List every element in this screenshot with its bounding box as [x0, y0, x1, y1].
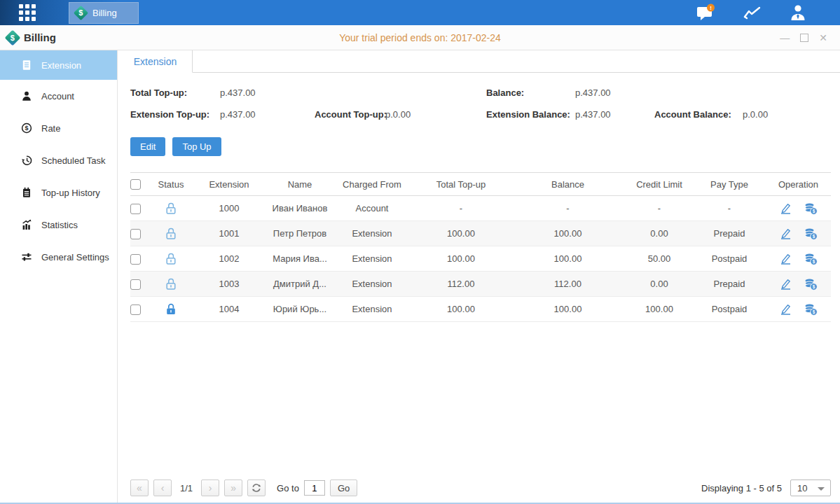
go-button[interactable]: Go	[330, 479, 357, 496]
apps-grid-icon[interactable]	[19, 4, 36, 21]
displaying-count: Displaying 1 - 5 of 5	[701, 483, 782, 493]
maximize-button[interactable]	[800, 34, 808, 42]
close-button[interactable]: ✕	[819, 33, 827, 43]
top-up-row-icon[interactable]: $	[804, 202, 818, 216]
ledger-icon	[21, 59, 32, 71]
svg-text:$: $	[812, 259, 815, 265]
svg-text:!: !	[710, 5, 712, 11]
total-topup-label: Total Top-up:	[130, 82, 220, 104]
svg-text:$: $	[812, 284, 815, 290]
row-checkbox[interactable]	[130, 254, 141, 265]
edit-row-icon[interactable]	[779, 227, 792, 240]
lock-status-icon	[164, 227, 178, 241]
name-cell: Иван Иванов	[268, 196, 332, 221]
lock-status-icon	[164, 277, 178, 291]
credit-limit-cell: 0.00	[626, 221, 693, 246]
charged-from-cell: Extension	[332, 272, 412, 297]
window-title-bar: Your trial period ends on: 2017-02-24 $ …	[0, 25, 840, 50]
charged-from-cell: Extension	[332, 221, 412, 246]
balance-cell: 112.00	[510, 272, 626, 297]
last-page-button[interactable]: »	[224, 479, 242, 496]
credit-limit-cell: -	[626, 196, 693, 221]
goto-page-input[interactable]	[304, 480, 325, 496]
top-up-button[interactable]: Top Up	[172, 137, 221, 156]
first-page-button[interactable]: «	[130, 479, 149, 496]
refresh-icon	[252, 483, 261, 493]
select-all-checkbox[interactable]	[130, 179, 141, 190]
credit-limit-cell: 100.00	[626, 297, 693, 322]
top-up-row-icon[interactable]: $	[804, 227, 818, 241]
window-title: Billing	[24, 31, 56, 43]
notifications-chat-icon[interactable]: !	[696, 4, 717, 22]
svg-text:$: $	[812, 209, 815, 214]
account-topup-label: Account Top-up:	[315, 104, 385, 125]
main-content: Extension Total Top-up:p.437.00 Extensio…	[118, 50, 840, 503]
billing-logo-icon: $	[5, 29, 21, 46]
total-topup-value: p.437.00	[220, 82, 256, 104]
edit-row-icon[interactable]	[779, 277, 792, 290]
sidebar-item-account[interactable]: Account	[0, 80, 117, 112]
lock-status-icon	[164, 252, 178, 266]
name-cell: Юрий Юрь...	[268, 297, 332, 322]
billing-dollar-diamond-icon: $	[74, 5, 88, 20]
sidebar-item-scheduled-task[interactable]: Scheduled Task	[0, 144, 117, 176]
edit-row-icon[interactable]	[779, 252, 792, 265]
app-tab-billing[interactable]: $ Billing	[69, 2, 139, 24]
pay-type-cell: Prepaid	[693, 272, 766, 297]
name-cell: Мария Ива...	[268, 246, 332, 272]
credit-limit-cell: 0.00	[626, 272, 693, 297]
total-topup-cell: -	[412, 196, 510, 221]
top-app-bar: $ Billing !	[0, 0, 840, 25]
row-checkbox[interactable]	[130, 229, 141, 239]
top-up-row-icon[interactable]: $	[804, 277, 818, 291]
app-tab-label: Billing	[92, 8, 117, 18]
refresh-button[interactable]	[247, 479, 266, 496]
col-status: Status	[151, 173, 191, 196]
statistics-chart-icon	[21, 219, 32, 230]
sidebar-item-extension[interactable]: Extension	[0, 50, 117, 80]
edit-row-icon[interactable]	[779, 302, 792, 316]
sidebar-item-label: General Settings	[41, 252, 109, 262]
total-topup-cell: 100.00	[412, 246, 510, 272]
dollar-circle-icon: $	[21, 122, 32, 134]
top-up-row-icon[interactable]: $	[804, 252, 818, 266]
lock-status-icon	[164, 302, 178, 316]
row-checkbox[interactable]	[130, 279, 141, 290]
col-extension: Extension	[191, 173, 268, 196]
page-size-select[interactable]: 10	[790, 479, 831, 496]
sidebar-item-general-settings[interactable]: General Settings	[0, 241, 117, 273]
account-topup-value: p.0.00	[385, 104, 411, 125]
user-account-icon[interactable]	[788, 4, 808, 22]
sidebar-item-rate[interactable]: $ Rate	[0, 112, 117, 144]
minimize-button[interactable]: —	[780, 33, 790, 43]
table-row: 1001 Петр Петров Extension 100.00 100.00…	[130, 221, 831, 246]
pay-type-cell: Prepaid	[693, 221, 766, 246]
reports-chart-icon[interactable]	[743, 5, 762, 20]
table-row: 1002 Мария Ива... Extension 100.00 100.0…	[130, 246, 831, 272]
col-name: Name	[268, 173, 332, 196]
row-checkbox[interactable]	[130, 304, 141, 315]
edit-button[interactable]: Edit	[130, 137, 165, 156]
balance-value: p.437.00	[575, 82, 611, 104]
balance-cell: -	[510, 196, 626, 221]
extension-balance-value: p.437.00	[575, 104, 654, 125]
sidebar-item-topup-history[interactable]: Top-up History	[0, 176, 117, 209]
extension-cell: 1001	[191, 221, 268, 246]
journal-icon	[21, 187, 32, 198]
row-checkbox[interactable]	[130, 204, 141, 214]
sidebar: Extension Account $ Rate Scheduled Task	[0, 50, 118, 503]
extension-topup-label: Extension Top-up:	[130, 104, 220, 125]
sidebar-item-statistics[interactable]: Statistics	[0, 209, 117, 241]
extension-balance-label: Extension Balance:	[486, 104, 575, 125]
total-topup-cell: 112.00	[412, 272, 510, 297]
pagination-bar: « ‹ 1/1 › » Go to Go Displaying 1 - 5 of…	[130, 479, 831, 496]
tab-bar: Extension	[118, 50, 840, 73]
table-row: 1003 Дмитрий Д... Extension 112.00 112.0…	[130, 272, 831, 297]
col-credit-limit: Credit Limit	[626, 173, 693, 196]
top-up-row-icon[interactable]: $	[804, 302, 818, 316]
prev-page-button[interactable]: ‹	[153, 479, 172, 496]
tab-extension[interactable]: Extension	[118, 50, 193, 73]
credit-limit-cell: 50.00	[626, 246, 693, 272]
next-page-button[interactable]: ›	[201, 479, 219, 496]
edit-row-icon[interactable]	[779, 202, 792, 215]
